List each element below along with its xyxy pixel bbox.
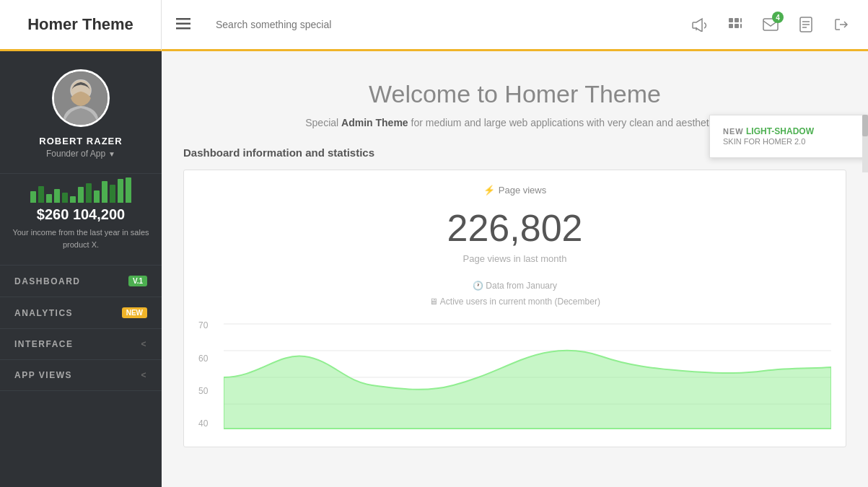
menu-toggle-button[interactable] [162, 17, 205, 33]
popup-skin-text: SKIN FOR HOMER 2.0 [723, 137, 805, 146]
user-profile: ROBERT RAZER Founder of App ▼ [0, 51, 162, 174]
income-description: Your income from the last year in sales … [0, 227, 162, 265]
brand-logo: Homer Theme [0, 0, 162, 51]
megaphone-icon [692, 17, 708, 32]
appviews-label: APP VIEWS [14, 370, 72, 380]
page-views-sublabel: Page views in last month [198, 253, 831, 264]
svg-rect-0 [176, 18, 190, 20]
svg-rect-7 [735, 24, 739, 28]
popup-new-label: NEW [723, 127, 744, 136]
chart-area: 70 60 50 40 [198, 317, 831, 432]
apps-button[interactable] [719, 9, 751, 40]
chart-bar [118, 179, 123, 203]
main-content: Welcome to Homer Theme Special Admin The… [162, 51, 868, 487]
chart-bar [62, 193, 68, 203]
svg-rect-5 [740, 18, 742, 22]
interface-label: INTERFACE [14, 339, 74, 349]
chart-bar [110, 185, 115, 203]
monitor-icon: 🖥 [429, 297, 438, 307]
brand-title: Homer Theme [27, 15, 133, 34]
search-container [205, 18, 684, 31]
navbar-icons: 4 [684, 9, 868, 40]
dashboard-badge: V.1 [128, 276, 147, 286]
svg-rect-1 [176, 22, 190, 25]
chart-bar [102, 181, 108, 203]
user-name: ROBERT RAZER [11, 136, 151, 146]
chart-y-labels: 70 60 50 40 [198, 317, 208, 432]
svg-rect-8 [740, 24, 742, 28]
chart-bar [126, 177, 131, 203]
sidebar-item-interface[interactable]: INTERFACE < [0, 329, 162, 360]
mail-badge: 4 [772, 12, 784, 23]
svg-rect-3 [729, 18, 733, 22]
chart-bar [70, 196, 76, 203]
interface-chevron: < [141, 339, 147, 349]
mail-button[interactable]: 4 [755, 9, 786, 40]
document-icon [799, 17, 812, 32]
logout-icon [833, 17, 849, 32]
chart-bar [86, 183, 92, 203]
sidebar: ROBERT RAZER Founder of App ▼ $260 104,2… [0, 51, 162, 487]
clock-icon: 🕐 [473, 281, 483, 291]
sidebar-item-appviews[interactable]: APP VIEWS < [0, 360, 162, 391]
page-views-label: Page views [499, 185, 546, 196]
popup-scrollbar[interactable] [862, 115, 868, 172]
dashboard-label: DASHBOARD [14, 276, 81, 286]
hamburger-icon [176, 18, 190, 30]
nav-section: DASHBOARD V.1 ANALYTICS NEW INTERFACE < … [0, 265, 162, 391]
chart-bar [38, 186, 44, 203]
megaphone-button[interactable] [684, 9, 716, 40]
analytics-badge: NEW [122, 307, 147, 318]
chart-bar [94, 190, 100, 203]
search-input[interactable] [216, 19, 504, 30]
chart-bar [46, 194, 52, 203]
page-views-header: ⚡ Page views [198, 185, 831, 196]
chart-bar [78, 187, 84, 203]
lightning-icon: ⚡ [483, 185, 495, 196]
appviews-chevron: < [141, 370, 147, 380]
user-role: Founder of App ▼ [11, 149, 151, 159]
avatar [52, 69, 110, 127]
chart-meta: 🕐 Data from January 🖥 Active users in cu… [198, 278, 831, 310]
main-layout: ROBERT RAZER Founder of App ▼ $260 104,2… [0, 51, 868, 487]
chart-bar [30, 191, 36, 203]
svg-rect-2 [176, 27, 190, 30]
popup-highlight: LIGHT-SHADOW [746, 126, 814, 136]
sidebar-item-dashboard[interactable]: DASHBOARD V.1 [0, 266, 162, 297]
income-chart [0, 174, 162, 206]
chart-svg [224, 317, 831, 432]
user-role-chevron[interactable]: ▼ [108, 150, 115, 158]
document-button[interactable] [790, 9, 822, 40]
welcome-title: Welcome to Homer Theme [183, 80, 846, 108]
sidebar-item-analytics[interactable]: ANALYTICS NEW [0, 297, 162, 329]
svg-rect-4 [735, 18, 739, 22]
popup-notification: NEW LIGHT-SHADOW SKIN FOR HOMER 2.0 [709, 115, 868, 158]
analytics-label: ANALYTICS [14, 308, 73, 318]
apps-icon [727, 17, 743, 32]
chart-bar [54, 189, 60, 203]
svg-rect-6 [729, 24, 733, 28]
income-amount: $260 104,200 [0, 206, 162, 227]
stats-card: ⚡ Page views 226,802 Page views in last … [183, 170, 846, 447]
logout-button[interactable] [825, 9, 857, 40]
navbar: Homer Theme [0, 0, 868, 51]
page-views-number: 226,802 [198, 206, 831, 250]
popup-scrollbar-thumb [862, 115, 868, 136]
